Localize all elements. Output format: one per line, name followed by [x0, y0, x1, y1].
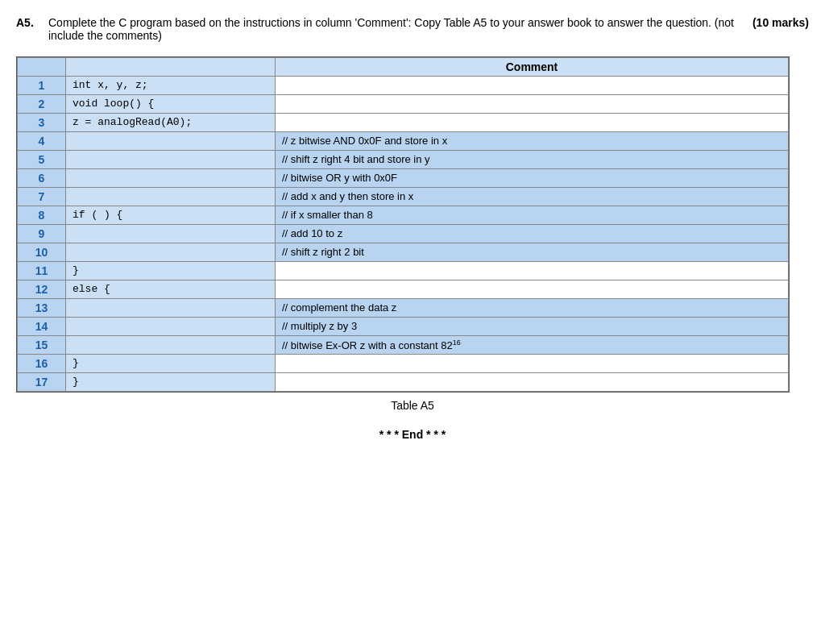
code-cell	[66, 318, 276, 336]
comment-cell: // multiply z by 3	[276, 318, 789, 336]
table-row: 5// shift z right 4 bit and store in y	[18, 151, 789, 169]
table-row: 7// add x and y then store in x	[18, 188, 789, 206]
line-number: 2	[18, 95, 66, 114]
comment-cell	[276, 373, 789, 392]
col-header-line	[18, 58, 66, 77]
line-number: 6	[18, 169, 66, 188]
comment-cell	[276, 280, 789, 299]
question-header: A5. Complete the C program based on the …	[16, 16, 809, 42]
question-number: A5.	[16, 16, 40, 42]
code-cell: void loop() {	[66, 95, 276, 114]
comment-cell: // complement the data z	[276, 299, 789, 318]
table-row: 6// bitwise OR y with 0x0F	[18, 169, 789, 188]
comment-cell	[276, 77, 789, 95]
table-row: 16 }	[18, 355, 789, 373]
line-number: 8	[18, 206, 66, 225]
col-header-comment: Comment	[276, 58, 789, 77]
line-number: 3	[18, 114, 66, 132]
code-cell: int x, y, z;	[66, 77, 276, 95]
comment-cell: // bitwise OR y with 0x0F	[276, 169, 789, 188]
line-number: 11	[18, 262, 66, 280]
code-cell: if ( ) {	[66, 206, 276, 225]
code-cell	[66, 336, 276, 355]
line-number: 13	[18, 299, 66, 318]
table-row: 8 if ( ) {// if x smaller than 8	[18, 206, 789, 225]
comment-cell	[276, 114, 789, 132]
line-number: 9	[18, 225, 66, 243]
table-row: 4// z bitwise AND 0x0F and store in x	[18, 132, 789, 151]
table-row: 9// add 10 to z	[18, 225, 789, 243]
col-header-code	[66, 58, 276, 77]
code-cell	[66, 188, 276, 206]
comment-cell	[276, 262, 789, 280]
comment-cell: // z bitwise AND 0x0F and store in x	[276, 132, 789, 151]
table-container: Comment 1int x, y, z;2void loop() {3 z =…	[16, 56, 790, 393]
code-cell: z = analogRead(A0);	[66, 114, 276, 132]
line-number: 17	[18, 373, 66, 392]
comment-cell: // add x and y then store in x	[276, 188, 789, 206]
comment-cell: // if x smaller than 8	[276, 206, 789, 225]
line-number: 1	[18, 77, 66, 95]
line-number: 14	[18, 318, 66, 336]
comment-cell	[276, 95, 789, 114]
code-cell: }	[66, 262, 276, 280]
table-row: 15// bitwise Ex-OR z with a constant 821…	[18, 336, 789, 355]
line-number: 10	[18, 243, 66, 262]
line-number: 4	[18, 132, 66, 151]
line-number: 5	[18, 151, 66, 169]
code-cell: else {	[66, 280, 276, 299]
table-row: 10// shift z right 2 bit	[18, 243, 789, 262]
table-row: 3 z = analogRead(A0);	[18, 114, 789, 132]
line-number: 16	[18, 355, 66, 373]
code-cell	[66, 132, 276, 151]
code-cell	[66, 169, 276, 188]
table-row: 12 else {	[18, 280, 789, 299]
code-cell: }	[66, 373, 276, 392]
comment-cell: // shift z right 4 bit and store in y	[276, 151, 789, 169]
comment-cell: // bitwise Ex-OR z with a constant 8216	[276, 336, 789, 355]
table-row: 1int x, y, z;	[18, 77, 789, 95]
table-row: 11 }	[18, 262, 789, 280]
code-cell	[66, 225, 276, 243]
table-row: 14// multiply z by 3	[18, 318, 789, 336]
table-row: 13// complement the data z	[18, 299, 789, 318]
code-cell	[66, 243, 276, 262]
marks: (10 marks)	[752, 16, 809, 42]
question-text: Complete the C program based on the inst…	[48, 16, 744, 42]
comment-cell	[276, 355, 789, 373]
table-caption: Table A5	[16, 399, 809, 412]
code-cell	[66, 299, 276, 318]
line-number: 15	[18, 336, 66, 355]
table-row: 17}	[18, 373, 789, 392]
main-table: Comment 1int x, y, z;2void loop() {3 z =…	[17, 57, 789, 392]
code-cell	[66, 151, 276, 169]
table-row: 2void loop() {	[18, 95, 789, 114]
end-text: * * * End * * *	[16, 428, 809, 441]
line-number: 12	[18, 280, 66, 299]
comment-cell: // add 10 to z	[276, 225, 789, 243]
comment-cell: // shift z right 2 bit	[276, 243, 789, 262]
code-cell: }	[66, 355, 276, 373]
line-number: 7	[18, 188, 66, 206]
